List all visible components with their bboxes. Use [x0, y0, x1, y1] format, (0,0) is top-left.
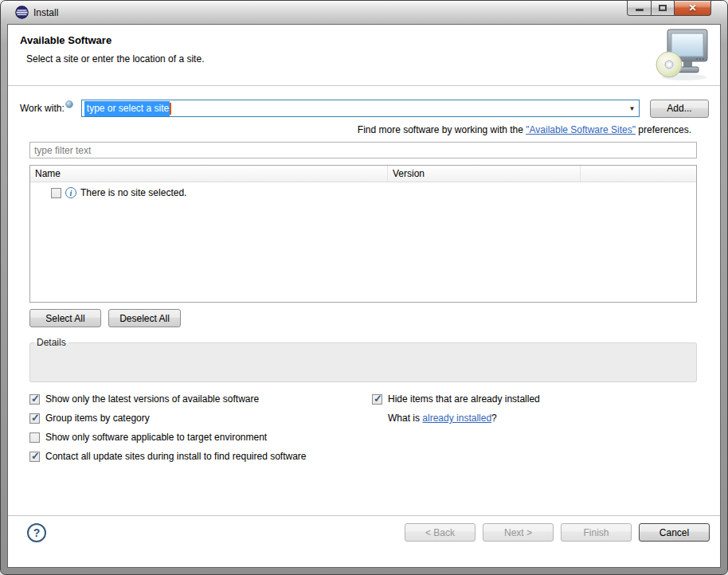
- column-header-version[interactable]: Version: [388, 166, 581, 182]
- minimize-icon: [636, 9, 644, 11]
- minimize-button[interactable]: [627, 1, 651, 16]
- finish-button: Finish: [561, 523, 632, 542]
- what-is-installed-line: What is already installed?: [372, 409, 540, 428]
- close-button[interactable]: ✕: [674, 1, 711, 16]
- table-row[interactable]: i There is no site selected.: [30, 182, 696, 198]
- what-is-prefix: What is: [388, 413, 420, 424]
- info-decoration-icon: [65, 100, 73, 108]
- available-software-sites-link[interactable]: "Available Software Sites": [526, 124, 636, 135]
- work-with-combo[interactable]: type or select a site ▼: [81, 100, 640, 117]
- find-more-software-hint: Find more software by working with the "…: [8, 124, 720, 135]
- checkbox-label: Show only software applicable to target …: [45, 432, 267, 443]
- flex-spacer: [8, 466, 720, 515]
- checkbox-label: Contact all update sites during install …: [45, 451, 307, 462]
- details-label: Details: [34, 337, 68, 348]
- select-all-button[interactable]: Select All: [29, 309, 101, 327]
- column-header-name[interactable]: Name: [30, 166, 388, 182]
- dialog-body: Available Software Select a site or ente…: [7, 24, 721, 568]
- close-icon: ✕: [688, 3, 696, 13]
- add-button[interactable]: Add...: [650, 100, 709, 118]
- maximize-icon: [659, 5, 667, 11]
- row-text: There is no site selected.: [80, 187, 186, 198]
- work-with-row: Work with: type or select a site ▼ Add..…: [20, 99, 709, 118]
- selection-buttons-row: Select All Deselect All: [29, 309, 720, 327]
- checkbox-label: Hide items that are already installed: [388, 393, 540, 405]
- table-header: Name Version: [30, 166, 696, 182]
- work-with-label: Work with:: [20, 103, 65, 114]
- checkbox-applicable-target-env[interactable]: Show only software applicable to target …: [29, 428, 720, 447]
- window-controls: ✕: [627, 1, 711, 16]
- page-subtitle: Select a site or enter the location of a…: [26, 53, 720, 65]
- button-bar: ? < Back Next > Finish Cancel: [8, 516, 720, 567]
- help-icon: ?: [33, 526, 41, 539]
- checkbox-icon[interactable]: [29, 413, 40, 424]
- next-button: Next >: [483, 523, 554, 542]
- hint-suffix: preferences.: [636, 124, 691, 135]
- wizard-header: Available Software Select a site or ente…: [8, 25, 720, 86]
- checkbox-icon[interactable]: [29, 432, 40, 443]
- hint-prefix: Find more software by working with the: [358, 124, 526, 135]
- checkbox-hide-installed[interactable]: Hide items that are already installed: [372, 389, 540, 409]
- checkbox-label: Show only the latest versions of availab…: [45, 393, 259, 405]
- titlebar[interactable]: Install: [7, 1, 721, 24]
- install-dialog-window: Install ✕ Available Software Select a si…: [0, 0, 728, 575]
- checkbox-icon[interactable]: [29, 394, 40, 405]
- cancel-button[interactable]: Cancel: [639, 523, 710, 542]
- back-button: < Back: [405, 523, 476, 542]
- window-title: Install: [33, 7, 58, 18]
- software-table: Name Version i There is no site selected…: [29, 165, 697, 303]
- combo-selected-text: type or select a site: [84, 101, 170, 116]
- checkbox-contact-update-sites[interactable]: Contact all update sites during install …: [29, 447, 720, 466]
- row-checkbox[interactable]: [51, 188, 61, 198]
- details-group: Details: [29, 337, 697, 382]
- maximize-button[interactable]: [651, 1, 674, 16]
- checkbox-icon[interactable]: [372, 394, 382, 405]
- options-area: Show only the latest versions of availab…: [29, 389, 720, 466]
- checkbox-icon[interactable]: [29, 452, 40, 462]
- install-software-icon: [651, 26, 711, 84]
- combo-dropdown-arrow-icon[interactable]: ▼: [625, 105, 639, 112]
- already-installed-link[interactable]: already installed: [422, 413, 491, 424]
- info-icon: i: [65, 187, 76, 198]
- checkbox-label: Group items by category: [45, 413, 150, 424]
- column-header-blank: [581, 166, 696, 182]
- filter-input[interactable]: [29, 142, 697, 158]
- deselect-all-button[interactable]: Deselect All: [108, 309, 181, 327]
- text-caret: [170, 103, 171, 115]
- page-title: Available Software: [20, 34, 720, 46]
- options-right-column: Hide items that are already installed Wh…: [372, 389, 540, 428]
- help-button[interactable]: ?: [27, 523, 46, 542]
- table-body[interactable]: i There is no site selected.: [30, 182, 696, 302]
- what-is-suffix: ?: [491, 413, 497, 424]
- eclipse-icon: [15, 6, 29, 19]
